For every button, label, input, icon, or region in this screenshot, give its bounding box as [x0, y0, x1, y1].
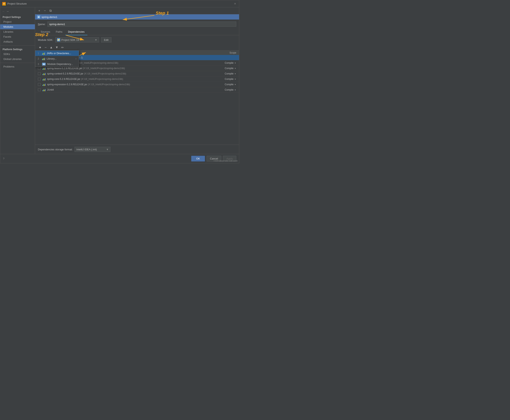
sidebar-item-problems[interactable]: Problems: [0, 64, 35, 69]
module-row[interactable]: ▣ spring-demo1: [35, 14, 239, 20]
jar-icon-4: [42, 83, 46, 86]
dep-checkbox-2[interactable]: [38, 72, 41, 75]
name-row: Name:: [35, 20, 239, 29]
jar-icon-2: [42, 72, 46, 75]
sidebar-item-facets[interactable]: Facets: [0, 34, 35, 39]
ok-button[interactable]: OK: [191, 156, 205, 162]
popup-item-module-dep[interactable]: 3 ▣ Module Dependency...: [35, 61, 79, 67]
popup-label-jars: JARs or Directories...: [47, 52, 71, 55]
dep-scope-1[interactable]: Compile ▼: [218, 67, 236, 70]
dep-row-4[interactable]: spring-expression-5.2.9.RELEASE.jar (X:\…: [35, 82, 239, 87]
dep-name-3: spring-core-5.2.9.RELEASE.jar (X:\19_Int…: [47, 78, 217, 81]
dep-scope-3[interactable]: Compile ▼: [218, 78, 236, 81]
popup-label-library: Library...: [47, 57, 57, 60]
module-sdk-row: Module SDK: 📁 Project SDK 19 ▼ Edit: [35, 35, 239, 45]
name-input[interactable]: [47, 22, 236, 27]
sidebar-item-libraries[interactable]: Libraries: [0, 29, 35, 34]
dep-checkbox-1[interactable]: [38, 67, 41, 70]
move-up-button[interactable]: ▲: [49, 45, 54, 50]
content-panel: Name: Sources Paths Dependencies Module …: [35, 20, 239, 154]
dep-scope-2[interactable]: Compile ▼: [218, 72, 236, 75]
dep-name-2: spring-context-5.2.9.RELEASE.jar (X:\19_…: [47, 72, 217, 75]
storage-dropdown[interactable]: IntelliJ IDEA (.iml) ▼: [75, 147, 110, 152]
nav-arrows: ← →: [0, 9, 35, 15]
library-bars-icon: [42, 57, 45, 60]
popup-item-library[interactable]: 2 Library... ›: [35, 56, 79, 61]
app-icon: IJ: [2, 2, 6, 6]
sdk-dropdown-arrow-icon: ▼: [95, 38, 97, 41]
dep-scope-0[interactable]: Compile ▼: [218, 61, 236, 64]
sdk-icon: 📁: [57, 38, 60, 41]
dep-row-junit4[interactable]: JUnit4 Compile ▼: [35, 87, 239, 93]
dep-checkbox-junit4[interactable]: [38, 88, 41, 91]
dep-checkbox-3[interactable]: [38, 78, 41, 81]
help-button[interactable]: ?: [3, 157, 4, 160]
scope-arrow-icon-junit4: ▼: [234, 89, 236, 91]
dep-column-scope-header: Scope: [216, 51, 236, 54]
edit-dep-button[interactable]: ✏: [60, 45, 65, 50]
storage-label: Dependencies storage format:: [38, 148, 73, 151]
sidebar-item-sdks[interactable]: SDKs: [0, 52, 35, 57]
dep-rows: commons-logging-1.1.1.jar (X:\19_Intelli…: [35, 60, 239, 145]
storage-row: Dependencies storage format: IntelliJ ID…: [35, 145, 239, 154]
jar-icon-1: [42, 67, 46, 70]
dep-checkbox-4[interactable]: [38, 83, 41, 86]
module-icon: ▣: [37, 15, 40, 19]
popup-item-jars[interactable]: 1 JARs or Directories...: [35, 51, 79, 56]
dep-scope-junit4[interactable]: Compile ▼: [218, 88, 236, 91]
copy-module-button[interactable]: ⧉: [48, 8, 53, 13]
jar-icon-3: [42, 77, 46, 81]
storage-value: IntelliJ IDEA (.iml): [76, 148, 97, 151]
jar-icon-junit4: [42, 88, 46, 91]
jar-bars-icon: [42, 52, 45, 55]
module-name: spring-demo1: [41, 15, 57, 19]
tab-paths[interactable]: Paths: [53, 29, 65, 35]
popup-num-3: 3: [38, 63, 40, 66]
tab-dependencies[interactable]: Dependencies: [65, 29, 87, 35]
sdk-value: Project SDK 19: [62, 38, 79, 41]
dep-name-4: spring-expression-5.2.9.RELEASE.jar (X:\…: [47, 83, 217, 86]
sidebar-item-project[interactable]: Project: [0, 19, 35, 24]
name-label: Name:: [38, 23, 46, 26]
bottom-bar: ? OK Cancel Apply: [0, 154, 239, 163]
tab-sources[interactable]: Sources: [38, 29, 53, 35]
bottom-buttons: OK Cancel Apply: [191, 156, 236, 162]
project-settings-header: Project Settings: [0, 15, 35, 19]
move-down-button[interactable]: ▼: [55, 45, 59, 50]
apply-button[interactable]: Apply: [223, 156, 236, 162]
sidebar-item-global-libraries[interactable]: Global Libraries: [0, 57, 35, 61]
right-panel: + − ⧉ ▣ spring-demo1 Name: Sources Pat: [35, 7, 239, 154]
popup-submenu-arrow-icon: ›: [76, 57, 76, 60]
remove-module-button[interactable]: −: [43, 8, 47, 13]
dep-toolbar: + − ▲ ▼ ✏ 1: [35, 45, 239, 50]
sidebar-item-modules[interactable]: Modules: [0, 24, 35, 29]
scope-arrow-icon-3: ▼: [234, 78, 236, 80]
sdk-label: Module SDK:: [38, 38, 53, 41]
titlebar: IJ Project Structure ×: [0, 0, 239, 7]
forward-arrow[interactable]: →: [6, 10, 9, 13]
add-module-button[interactable]: +: [37, 8, 41, 13]
tabs-row: Sources Paths Dependencies: [35, 29, 239, 35]
back-arrow[interactable]: ←: [2, 10, 5, 13]
close-button[interactable]: ×: [233, 2, 237, 6]
scope-arrow-icon-1: ▼: [234, 67, 236, 69]
cancel-button[interactable]: Cancel: [207, 156, 221, 162]
scope-arrow-icon-0: ▼: [234, 62, 236, 64]
sdk-dropdown[interactable]: 📁 Project SDK 19 ▼: [55, 37, 99, 42]
add-dep-popup: 1 JARs or Directories... 2: [35, 50, 79, 67]
popup-num-2: 2: [38, 57, 40, 60]
storage-dropdown-arrow-icon: ▼: [106, 148, 109, 151]
edit-sdk-button[interactable]: Edit: [101, 37, 111, 42]
dep-name-1: spring-beans-5.2.9.RELEASE.jar (X:\19_In…: [47, 67, 217, 70]
remove-dep-button[interactable]: −: [43, 45, 48, 50]
module-list-header: + − ⧉: [35, 7, 239, 14]
sidebar-item-artifacts[interactable]: Artifacts: [0, 39, 35, 44]
dep-row-3[interactable]: spring-core-5.2.9.RELEASE.jar (X:\19_Int…: [35, 76, 239, 82]
scope-arrow-icon-4: ▼: [234, 83, 236, 86]
window-title: Project Structure: [7, 2, 233, 5]
module-dep-icon: ▣: [42, 63, 46, 66]
dep-row-2[interactable]: spring-context-5.2.9.RELEASE.jar (X:\19_…: [35, 71, 239, 76]
dep-scope-4[interactable]: Compile ▼: [218, 83, 236, 86]
sidebar: ← → Project Settings Project Modules Lib…: [0, 7, 35, 154]
add-dep-button[interactable]: +: [38, 45, 42, 50]
